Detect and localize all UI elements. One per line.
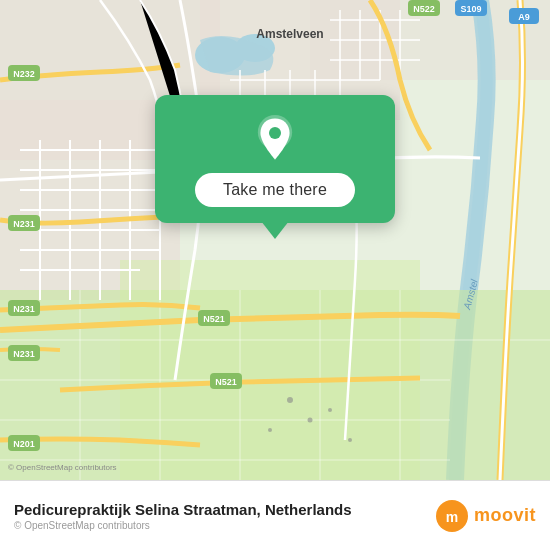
map-svg: N232 N231 N231 N231 N521 N521 N522 A9 S1… — [0, 0, 550, 480]
svg-text:N231: N231 — [13, 349, 35, 359]
svg-text:N231: N231 — [13, 219, 35, 229]
svg-text:A9: A9 — [518, 12, 530, 22]
svg-point-70 — [348, 438, 352, 442]
svg-point-75 — [269, 127, 281, 139]
svg-text:S109: S109 — [460, 4, 481, 14]
footer-bar: Pedicurepraktijk Selina Straatman, Nethe… — [0, 480, 550, 550]
footer-left: Pedicurepraktijk Selina Straatman, Nethe… — [14, 501, 352, 531]
svg-text:m: m — [446, 509, 458, 525]
svg-text:N232: N232 — [13, 69, 35, 79]
svg-text:N522: N522 — [413, 4, 435, 14]
svg-point-71 — [268, 428, 272, 432]
osm-attribution: © OpenStreetMap contributors — [14, 520, 352, 531]
popup-card: Take me there — [155, 95, 395, 223]
location-pin-icon — [251, 115, 299, 163]
moovit-logo: m moovit — [434, 498, 536, 534]
svg-text:N521: N521 — [215, 377, 237, 387]
map-container: N232 N231 N231 N231 N521 N521 N522 A9 S1… — [0, 0, 550, 480]
svg-point-67 — [287, 397, 293, 403]
take-me-there-button[interactable]: Take me there — [195, 173, 355, 207]
svg-text:N521: N521 — [203, 314, 225, 324]
svg-text:© OpenStreetMap contributors: © OpenStreetMap contributors — [8, 463, 117, 472]
svg-point-68 — [308, 418, 313, 423]
svg-text:Amstelveen: Amstelveen — [256, 27, 323, 41]
svg-point-69 — [328, 408, 332, 412]
moovit-icon: m — [434, 498, 470, 534]
location-name: Pedicurepraktijk Selina Straatman, Nethe… — [14, 501, 352, 518]
svg-text:N201: N201 — [13, 439, 35, 449]
moovit-text: moovit — [474, 505, 536, 526]
svg-rect-8 — [120, 260, 420, 480]
svg-text:N231: N231 — [13, 304, 35, 314]
